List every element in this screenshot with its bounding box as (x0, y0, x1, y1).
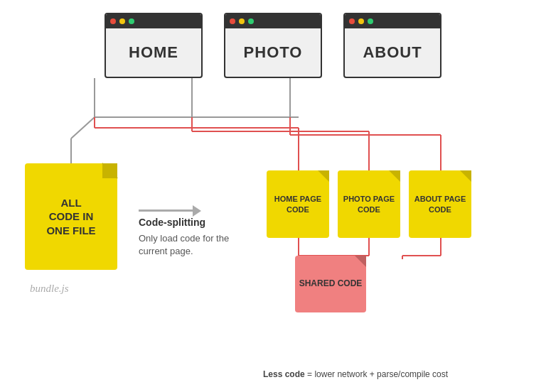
browser-about-label: ABOUT (363, 43, 422, 62)
bottom-legend: Less code = lower network + parse/compil… (263, 369, 448, 379)
browser-home-content: HOME (106, 28, 201, 77)
browser-home-label: HOME (129, 43, 178, 62)
dot-green-2 (248, 18, 254, 24)
bundle-label: bundle.js (30, 283, 69, 295)
arrow-line (139, 209, 196, 212)
browser-photo-label: PHOTO (244, 43, 303, 62)
code-splitting-section: Code-splitting Only load code for the cu… (139, 217, 231, 258)
dot-yellow-2 (239, 18, 245, 24)
dot-green-3 (368, 18, 373, 24)
shared-code-file: SHARED CODE (295, 256, 366, 312)
big-file: ALLCODE INONE FILE (25, 163, 117, 270)
browser-about-titlebar (345, 14, 440, 28)
browser-about: ABOUT (343, 13, 441, 78)
big-file-label: ALLCODE INONE FILE (46, 196, 95, 238)
browser-home-titlebar (106, 14, 201, 28)
browsers-row: HOME PHOTO ABOUT (105, 13, 441, 78)
dot-red-3 (349, 18, 355, 24)
dot-green (129, 18, 134, 24)
dot-red (110, 18, 116, 24)
svg-line-1 (71, 117, 95, 138)
code-splitting-description: Only load code for the current page. (139, 232, 231, 258)
about-page-code-label: ABOUT PAGE CODE (409, 194, 471, 214)
dot-yellow-3 (358, 18, 364, 24)
bottom-legend-rest: = lower network + parse/compile cost (305, 369, 448, 379)
code-splitting-title: Code-splitting (139, 217, 231, 228)
browser-home: HOME (105, 13, 203, 78)
photo-page-code-label: PHOTO PAGE CODE (338, 194, 400, 214)
about-page-code-file: ABOUT PAGE CODE (409, 170, 471, 238)
photo-page-code-corner (389, 170, 400, 182)
browser-photo-titlebar (225, 14, 321, 28)
about-page-code-corner (460, 170, 471, 182)
home-page-code-label: HOME PAGE CODE (267, 194, 329, 214)
shared-code-corner (355, 256, 366, 267)
home-page-code-file: HOME PAGE CODE (267, 170, 329, 238)
dot-yellow (119, 18, 125, 24)
browser-photo-content: PHOTO (225, 28, 321, 77)
shared-code-label: SHARED CODE (299, 278, 363, 290)
big-file-corner (102, 163, 117, 179)
diagram: HOME PHOTO ABOUT ALLC (0, 0, 546, 392)
dot-red-2 (230, 18, 235, 24)
arrow-right (139, 209, 196, 212)
browser-about-content: ABOUT (345, 28, 440, 77)
home-page-code-corner (318, 170, 329, 182)
photo-page-code-file: PHOTO PAGE CODE (338, 170, 400, 238)
browser-photo: PHOTO (224, 13, 322, 78)
bottom-legend-bold: Less code (263, 369, 305, 379)
